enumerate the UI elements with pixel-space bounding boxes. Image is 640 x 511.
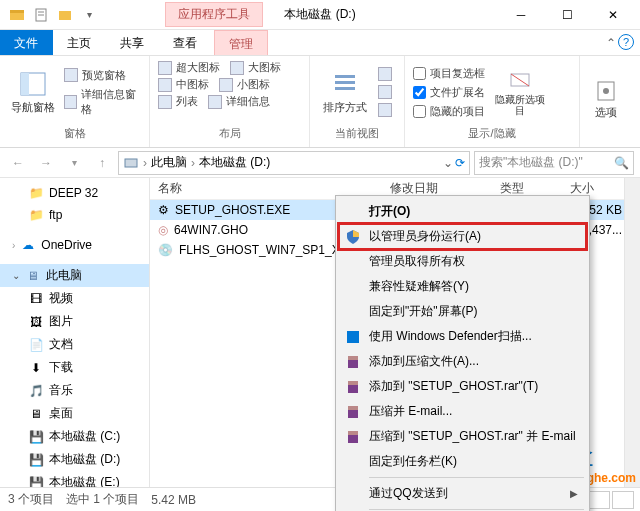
tree-videos[interactable]: 🎞视频 [0,287,149,310]
nav-pane-label: 导航窗格 [11,100,55,115]
svg-rect-10 [335,87,355,90]
crumb-drive[interactable]: 本地磁盘 (D:) [199,154,270,171]
rar-icon [345,379,361,395]
tree-desktop[interactable]: 🖥桌面 [0,402,149,425]
drive-icon: 💾 [28,429,44,445]
tab-home[interactable]: 主页 [53,30,106,55]
svg-rect-22 [348,406,358,410]
tree-thispc[interactable]: ⌄🖥此电脑 [0,264,149,287]
history-dropdown[interactable]: ▾ [62,151,86,175]
tree-drive-d[interactable]: 💾本地磁盘 (D:) [0,448,149,471]
tree-onedrive[interactable]: ›☁OneDrive [0,234,149,256]
menu-qq-send[interactable]: 通过QQ发送到▶ [339,481,586,506]
groupby-button[interactable] [378,67,392,81]
svg-rect-16 [347,331,359,343]
hide-selected-button[interactable]: 隐藏所选项目 [493,68,547,116]
status-size: 5.42 MB [151,493,196,507]
explorer-icon[interactable] [6,4,28,26]
tab-view[interactable]: 查看 [159,30,212,55]
tree-deep32[interactable]: 📁DEEP 32 [0,182,149,204]
view-details-button[interactable] [588,491,610,509]
close-button[interactable]: ✕ [590,1,636,29]
menu-compress-email[interactable]: 压缩并 E-mail... [339,399,586,424]
folder-icon: 📁 [28,207,44,223]
tree-downloads[interactable]: ⬇下载 [0,356,149,379]
quick-access-toolbar: ▾ [6,4,100,26]
group-layout-label: 布局 [158,124,301,143]
layout-details[interactable]: 详细信息 [208,94,270,109]
sort-label: 排序方式 [323,100,367,115]
videos-icon: 🎞 [28,291,44,307]
help-button[interactable]: ? [618,34,634,50]
ribbon-collapse-button[interactable]: ⌃ [606,36,616,50]
checkbox-item-checkboxes[interactable]: 项目复选框 [413,66,485,81]
breadcrumb[interactable]: › 此电脑 › 本地磁盘 (D:) ⌄ ⟳ [118,151,470,175]
menu-defender-scan[interactable]: 使用 Windows Defender扫描... [339,324,586,349]
svg-rect-20 [348,381,358,385]
new-folder-icon[interactable] [54,4,76,26]
tree-documents[interactable]: 📄文档 [0,333,149,356]
view-large-button[interactable] [612,491,634,509]
maximize-button[interactable]: ☐ [544,1,590,29]
address-dropdown[interactable]: ⌄ [443,156,453,170]
menu-compatibility[interactable]: 兼容性疑难解答(Y) [339,274,586,299]
layout-sm-icons[interactable]: 小图标 [219,77,270,92]
status-item-count: 3 个项目 [8,491,54,508]
menu-open[interactable]: 打开(O) [339,199,586,224]
search-icon: 🔍 [614,156,629,170]
up-button[interactable]: ↑ [90,151,114,175]
crumb-thispc[interactable]: 此电脑 [151,154,187,171]
tree-pictures[interactable]: 🖼图片 [0,310,149,333]
chevron-down-icon: ⌄ [12,270,20,281]
search-input[interactable]: 搜索"本地磁盘 (D:)" 🔍 [474,151,634,175]
menu-run-as-admin[interactable]: 以管理员身份运行(A) [339,224,586,249]
details-pane-button[interactable]: 详细信息窗格 [64,87,141,117]
tree-ftp[interactable]: 📁ftp [0,204,149,226]
layout-md-icons[interactable]: 中图标 [158,77,209,92]
layout-xl-icons[interactable]: 超大图标 [158,60,220,75]
hide-label: 隐藏所选项目 [493,94,547,116]
pc-icon: 🖥 [25,268,41,284]
addcolumns-button[interactable] [378,85,392,99]
checkbox-file-extensions[interactable]: 文件扩展名 [413,85,485,100]
preview-pane-button[interactable]: 预览窗格 [64,68,141,83]
sort-button[interactable]: 排序方式 [318,70,372,115]
tab-manage[interactable]: 管理 [214,30,268,55]
search-placeholder: 搜索"本地磁盘 (D:)" [479,154,610,171]
shield-icon [345,229,361,245]
folder-icon: 📁 [28,185,44,201]
tab-file[interactable]: 文件 [0,30,53,55]
menu-rar-email[interactable]: 压缩到 "SETUP_GHOST.rar" 并 E-mail [339,424,586,449]
navigation-tree[interactable]: 📁DEEP 32 📁ftp ›☁OneDrive ⌄🖥此电脑 🎞视频 🖼图片 📄… [0,178,150,488]
svg-rect-5 [59,11,71,20]
onedrive-icon: ☁ [20,237,36,253]
menu-pin-taskbar[interactable]: 固定到任务栏(K) [339,449,586,474]
menu-separator [369,477,584,478]
layout-lg-icons[interactable]: 大图标 [230,60,281,75]
menu-take-ownership[interactable]: 管理员取得所有权 [339,249,586,274]
downloads-icon: ⬇ [28,360,44,376]
back-button[interactable]: ← [6,151,30,175]
svg-rect-15 [125,159,137,167]
menu-pin-start[interactable]: 固定到"开始"屏幕(P) [339,299,586,324]
context-menu: 打开(O) 以管理员身份运行(A) 管理员取得所有权 兼容性疑难解答(Y) 固定… [335,195,590,511]
properties-icon[interactable] [30,4,52,26]
menu-add-archive[interactable]: 添加到压缩文件(A)... [339,349,586,374]
status-selected: 选中 1 个项目 [66,491,139,508]
submenu-arrow-icon: ▶ [570,488,578,499]
sizecols-button[interactable] [378,103,392,117]
layout-list[interactable]: 列表 [158,94,198,109]
minimize-button[interactable]: ─ [498,1,544,29]
options-button[interactable]: 选项 [588,79,624,120]
menu-add-rar[interactable]: 添加到 "SETUP_GHOST.rar"(T) [339,374,586,399]
qat-dropdown-icon[interactable]: ▾ [78,4,100,26]
tab-share[interactable]: 共享 [106,30,159,55]
tree-music[interactable]: 🎵音乐 [0,379,149,402]
tree-drive-c[interactable]: 💾本地磁盘 (C:) [0,425,149,448]
navigation-pane-button[interactable]: 导航窗格 [8,70,58,115]
checkbox-hidden-items[interactable]: 隐藏的项目 [413,104,485,119]
refresh-button[interactable]: ⟳ [455,156,465,170]
svg-rect-9 [335,81,355,84]
forward-button[interactable]: → [34,151,58,175]
tree-drive-e[interactable]: 💾本地磁盘 (E:) [0,471,149,488]
